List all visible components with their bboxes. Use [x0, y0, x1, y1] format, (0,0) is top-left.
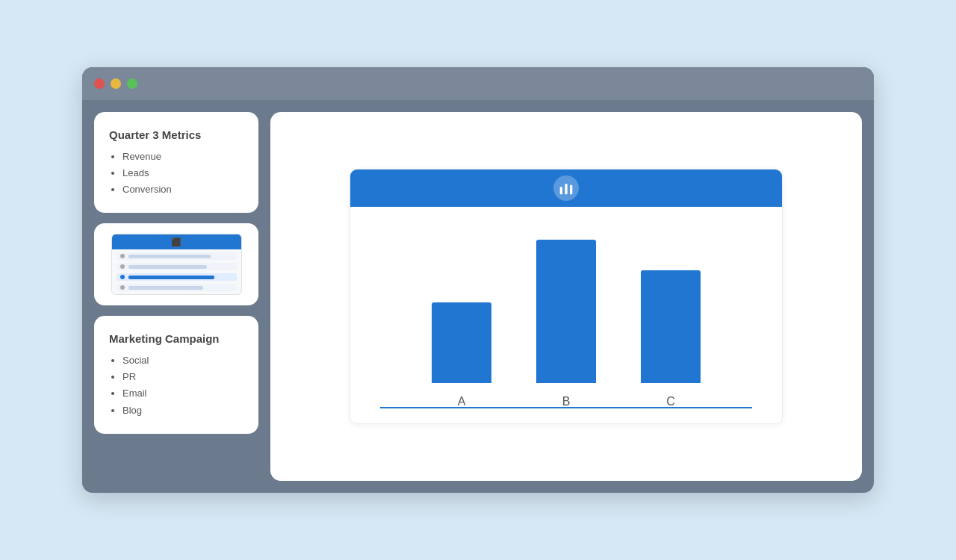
chart-header-icon — [553, 175, 579, 201]
quiz-bar-3 — [128, 276, 214, 279]
maximize-button[interactable] — [127, 78, 137, 89]
title-bar — [82, 67, 874, 100]
list-item-social: Social — [122, 352, 243, 369]
sidebar: Quarter 3 Metrics Revenue Leads Conversi… — [94, 112, 258, 481]
quiz-row-4 — [117, 284, 237, 291]
bar-label-a: A — [458, 395, 466, 408]
list-item-email: Email — [122, 385, 243, 402]
quarter3-metrics-card: Quarter 3 Metrics Revenue Leads Conversi… — [94, 112, 258, 213]
bar-group-a: A — [432, 302, 491, 408]
quiz-dot-4 — [120, 285, 125, 290]
quiz-thumbnail-card[interactable]: ⬛ — [94, 223, 258, 305]
bar-group-b: B — [536, 240, 596, 408]
chart-icon-small: ⬛ — [171, 237, 181, 247]
quiz-dot-2 — [120, 264, 125, 269]
main-content: A B C — [270, 112, 862, 481]
marketing-list: Social PR Email Blog — [109, 352, 243, 418]
list-item-revenue: Revenue — [122, 149, 243, 165]
bar-c — [641, 270, 701, 383]
bar-chart-container: A B C — [350, 169, 783, 424]
bar-label-b: B — [562, 395, 571, 408]
close-button[interactable] — [94, 78, 105, 89]
list-item-blog: Blog — [122, 402, 243, 419]
bar-chart: A B C — [380, 229, 752, 408]
svg-rect-2 — [570, 185, 572, 195]
chart-body: A B C — [350, 207, 782, 423]
marketing-title: Marketing Campaign — [109, 332, 243, 345]
quiz-thumb-header: ⬛ — [112, 234, 241, 249]
svg-rect-1 — [565, 184, 567, 194]
bar-b — [536, 240, 596, 383]
quiz-thumbnail: ⬛ — [111, 234, 242, 295]
list-item-conversion: Conversion — [122, 181, 243, 198]
bar-chart-icon — [559, 181, 574, 196]
quiz-bar-2 — [128, 265, 207, 269]
quiz-dot-3 — [120, 275, 125, 279]
quarter3-list: Revenue Leads Conversion — [109, 149, 243, 198]
quarter3-title: Quarter 3 Metrics — [109, 128, 243, 141]
quiz-thumb-body — [112, 249, 241, 294]
quiz-row-3-active — [117, 273, 237, 281]
list-item-pr: PR — [122, 369, 243, 385]
svg-rect-0 — [560, 187, 562, 194]
quiz-row-2 — [117, 263, 237, 270]
bar-label-c: C — [666, 395, 675, 408]
quiz-dot-1 — [120, 254, 125, 258]
minimize-button[interactable] — [111, 78, 121, 89]
quiz-bar-4 — [128, 286, 203, 290]
bar-a — [432, 302, 491, 383]
quiz-bar-1 — [128, 255, 211, 258]
browser-window: Quarter 3 Metrics Revenue Leads Conversi… — [82, 67, 874, 493]
quiz-row-1 — [117, 252, 237, 260]
marketing-campaign-card: Marketing Campaign Social PR Email Blog — [94, 316, 258, 433]
chart-header — [350, 169, 782, 207]
list-item-leads: Leads — [122, 165, 243, 181]
window-body: Quarter 3 Metrics Revenue Leads Conversi… — [82, 100, 874, 493]
bar-group-c: C — [641, 270, 701, 408]
